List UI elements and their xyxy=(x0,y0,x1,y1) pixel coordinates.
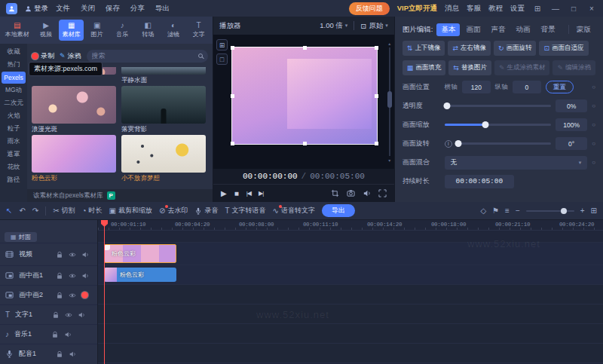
blend-select[interactable]: 无 ▾ xyxy=(445,156,587,170)
thumbnail[interactable] xyxy=(32,86,116,124)
reset-button[interactable]: 重置 xyxy=(546,81,574,93)
tab-image[interactable]: ▣图片 xyxy=(84,20,109,41)
lock-icon[interactable] xyxy=(56,251,63,258)
cat-rain[interactable]: 雨水 xyxy=(2,136,26,148)
menu-file[interactable]: 文件 xyxy=(56,4,70,14)
keyframe-toggle-icon[interactable]: ○ xyxy=(592,121,595,128)
fit-button[interactable]: ⊡画面自适应 xyxy=(539,41,588,56)
redo-icon[interactable]: ↷ xyxy=(32,206,38,215)
settings-button[interactable]: 设置 xyxy=(510,4,525,14)
scroll-up-icon[interactable]: ▴ xyxy=(388,41,390,46)
track-header-voice1[interactable]: 配音1 xyxy=(0,344,97,363)
menu-share[interactable]: 分享 xyxy=(130,4,145,14)
position-x-input[interactable] xyxy=(462,81,491,93)
text-to-speech-button[interactable]: T文字转语音 xyxy=(225,206,265,216)
slider-knob[interactable] xyxy=(455,140,462,147)
video-canvas[interactable] xyxy=(231,47,378,145)
speech-to-text-button[interactable]: ∿语音转文字 xyxy=(273,206,315,216)
lock-icon[interactable] xyxy=(56,292,63,299)
playhead[interactable] xyxy=(104,220,105,364)
cat-hot[interactable]: 热门 xyxy=(2,59,26,71)
scroll-down-icon[interactable]: ▾ xyxy=(388,158,390,163)
pip2-track-lane[interactable] xyxy=(98,285,603,304)
maximize-button[interactable]: □ xyxy=(568,5,579,13)
tab-sound[interactable]: 声音 xyxy=(486,23,510,36)
speaker-icon[interactable] xyxy=(81,251,89,258)
ratio-select[interactable]: ⊡ 原始 ▾ xyxy=(360,21,387,31)
pointer-tool-icon[interactable]: ↖ xyxy=(6,206,12,215)
crop-tool-icon[interactable]: □ xyxy=(216,54,228,65)
slider-knob[interactable] xyxy=(443,102,450,109)
zoom-knob[interactable] xyxy=(561,208,567,214)
timeline-tracks-area[interactable]: 00:00:01:10 00:00:04:20 00:00:08:00 00:0… xyxy=(98,220,603,364)
snapshot-icon[interactable] xyxy=(347,189,355,197)
generate-doodle-button[interactable]: ✎生成涂鸦素材 xyxy=(494,60,550,75)
pip1-track-lane[interactable]: 粉色云彩 xyxy=(98,265,603,285)
rotation-slider[interactable] xyxy=(457,142,551,145)
position-y-input[interactable] xyxy=(513,81,541,93)
transform-tool-icon[interactable]: ⊞ xyxy=(216,39,228,50)
voice1-track-lane[interactable] xyxy=(98,344,603,363)
keyframe-toggle-icon[interactable]: ○ xyxy=(592,140,595,147)
tab-background[interactable]: 背景 xyxy=(536,23,559,36)
search-box[interactable] xyxy=(87,50,208,63)
cat-pexels[interactable]: Pexels xyxy=(2,72,26,84)
preview-scrollbar[interactable]: ▴ ▾ xyxy=(387,41,393,163)
thumbnail-pink-clouds[interactable] xyxy=(32,135,116,173)
tab-filter[interactable]: ◐滤镜 xyxy=(161,20,186,41)
lock-icon[interactable] xyxy=(56,350,63,358)
speed-select[interactable]: 1.00 倍 ▾ xyxy=(320,21,347,31)
lock-icon[interactable] xyxy=(51,331,59,338)
tab-stock-library[interactable]: ▦素材库 xyxy=(59,20,84,41)
crop-icon[interactable] xyxy=(331,189,339,197)
fullscreen-icon[interactable] xyxy=(378,189,387,197)
search-input[interactable] xyxy=(92,52,195,60)
resize-handle[interactable] xyxy=(375,94,378,98)
cat-mg[interactable]: MG动 xyxy=(2,84,26,96)
scroll-knob[interactable] xyxy=(387,91,392,108)
support-button[interactable]: 客服 xyxy=(467,4,481,14)
app-logo[interactable] xyxy=(6,3,17,14)
layout-icon[interactable]: ⊞ xyxy=(532,5,543,13)
resize-handle[interactable] xyxy=(375,46,378,50)
cat-favorites[interactable]: 收藏 xyxy=(2,46,26,58)
eye-icon[interactable] xyxy=(69,251,76,258)
thumbnail[interactable] xyxy=(121,135,206,173)
keyframe-toggle-icon[interactable]: ○ xyxy=(592,84,595,90)
record-button[interactable]: 录制 xyxy=(32,51,54,61)
text1-track-lane[interactable] xyxy=(98,304,603,324)
speaker-icon[interactable] xyxy=(81,272,89,280)
stop-button[interactable]: ■ xyxy=(234,189,239,197)
track-header-pip2[interactable]: 画中画2 xyxy=(0,285,97,304)
scale-slider[interactable] xyxy=(445,124,551,126)
keyframe-icon[interactable]: ◇ xyxy=(480,206,486,215)
tab-transition[interactable]: ◧转场 xyxy=(136,20,161,41)
duration-button[interactable]: ◔时长 xyxy=(82,206,103,216)
resize-handle[interactable] xyxy=(375,142,378,145)
crop-zoom-button[interactable]: ▣裁剪和缩放 xyxy=(109,206,152,216)
keyframe-toggle-icon[interactable]: ○ xyxy=(592,102,595,109)
edit-doodle-button[interactable]: ✎编辑涂鸦 xyxy=(552,60,595,75)
keyframe-toggle-icon[interactable]: ○ xyxy=(592,159,595,166)
rotate-button[interactable]: ↻画面旋转 xyxy=(494,41,537,56)
resize-handle[interactable] xyxy=(231,94,234,98)
undo-icon[interactable]: ↶ xyxy=(19,206,25,215)
scroll-track[interactable] xyxy=(389,47,390,156)
rotation-value[interactable]: 0° xyxy=(556,137,587,150)
resize-handle[interactable] xyxy=(231,46,234,50)
resize-handle[interactable] xyxy=(303,46,307,50)
zoom-slider[interactable] xyxy=(526,210,574,212)
menu-close[interactable]: 关闭 xyxy=(81,4,95,14)
prev-frame-button[interactable]: |◀ xyxy=(246,190,251,197)
minimize-button[interactable]: — xyxy=(550,5,561,13)
zoom-in-icon[interactable]: + xyxy=(580,206,585,215)
cat-mask[interactable]: 遮罩 xyxy=(2,148,26,161)
volume-icon[interactable] xyxy=(363,189,371,197)
doodle-button[interactable]: ✎涂鸦 xyxy=(60,51,81,61)
marker-icon[interactable]: ⚑ xyxy=(492,206,499,215)
resize-handle[interactable] xyxy=(303,142,307,145)
record-audio-button[interactable]: 录音 xyxy=(194,206,218,216)
speaker-icon[interactable] xyxy=(64,331,72,338)
tutorial-button[interactable]: 教程 xyxy=(488,4,503,14)
tab-picture[interactable]: 画面 xyxy=(461,23,485,36)
